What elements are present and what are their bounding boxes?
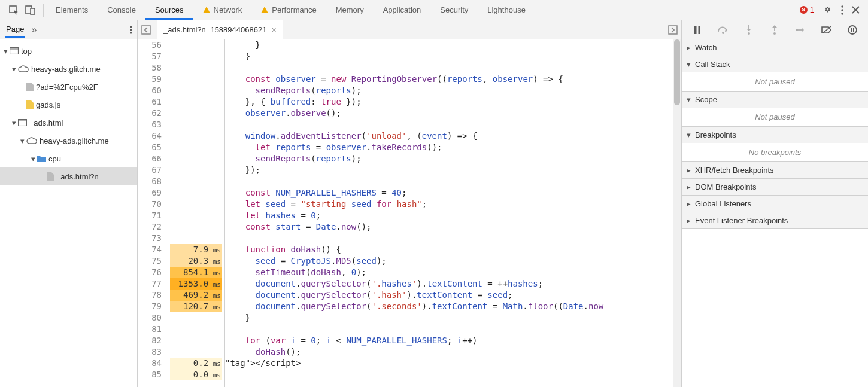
tree-item[interactable]: heavy-ads.glitch.me [0, 132, 137, 150]
panel-tab-console[interactable]: Console [98, 0, 145, 20]
line-number[interactable]: 58 [138, 62, 162, 74]
line-number[interactable]: 61 [138, 96, 162, 108]
section-header[interactable]: DOM Breakpoints [682, 179, 868, 195]
close-devtools-icon[interactable] [852, 6, 860, 14]
section-header[interactable]: Call Stack [682, 56, 868, 72]
line-number[interactable]: 66 [138, 153, 162, 164]
line-number[interactable]: 56 [138, 39, 162, 51]
line-number[interactable]: 79 [138, 301, 162, 312]
line-number[interactable]: 76 [138, 267, 162, 278]
vertical-scrollbar[interactable] [673, 39, 681, 387]
panel-tab-lighthouse[interactable]: Lighthouse [478, 0, 535, 20]
file-tree[interactable]: topheavy-ads.glitch.me?ad=%2Fcpu%2Fgads.… [0, 39, 137, 387]
panel-tab-security[interactable]: Security [430, 0, 478, 20]
line-number[interactable]: 59 [138, 74, 162, 85]
line-number[interactable]: 65 [138, 142, 162, 153]
device-toolbar-icon[interactable] [25, 5, 36, 15]
code-line[interactable]: let hashes = 0; [225, 210, 673, 221]
code-content[interactable]: } } const observer = new ReportingObserv… [225, 39, 681, 387]
tree-item[interactable]: _ads.html [0, 114, 137, 132]
line-number[interactable]: 67 [138, 164, 162, 176]
navigate-history-icon[interactable] [141, 25, 153, 35]
section-header[interactable]: Global Listeners [682, 196, 868, 212]
scrollbar-thumb[interactable] [674, 39, 680, 105]
line-number[interactable]: 82 [138, 335, 162, 346]
code-line[interactable] [225, 324, 673, 335]
tree-item[interactable]: cpu [0, 150, 137, 167]
line-number[interactable]: 75 [138, 255, 162, 267]
line-number[interactable]: 81 [138, 324, 162, 335]
code-line[interactable] [225, 62, 673, 74]
panel-tab-elements[interactable]: Elements [46, 0, 98, 20]
step-into-icon[interactable] [742, 23, 756, 37]
line-number[interactable]: 63 [138, 119, 162, 130]
line-number[interactable]: 84 [138, 358, 162, 369]
code-line[interactable]: document.querySelector('.seconds').textC… [225, 301, 673, 312]
tree-item[interactable]: gads.js [0, 96, 137, 114]
line-number[interactable]: 71 [138, 210, 162, 221]
disclosure-triangle-icon[interactable] [19, 136, 25, 145]
code-line[interactable]: window.addEventListener('unload', (event… [225, 130, 673, 142]
line-number[interactable]: 72 [138, 221, 162, 233]
tree-item[interactable]: top [0, 42, 137, 60]
tree-item[interactable]: ?ad=%2Fcpu%2F [0, 78, 137, 96]
line-number[interactable]: 74 [138, 244, 162, 255]
code-line[interactable]: observer.observe(); [225, 108, 673, 119]
disclosure-triangle-icon[interactable] [30, 154, 36, 163]
step-icon[interactable] [794, 23, 808, 37]
line-number[interactable]: 73 [138, 233, 162, 244]
line-number[interactable]: 78 [138, 290, 162, 301]
code-line[interactable]: setTimeout(doHash, 0); [225, 267, 673, 278]
line-number[interactable]: 70 [138, 199, 162, 210]
code-line[interactable]: document.querySelector('.hash').textCont… [225, 290, 673, 301]
code-line[interactable]: doHash(); [225, 346, 673, 358]
code-line[interactable]: document.querySelector('.hashes').textCo… [225, 278, 673, 290]
code-line[interactable] [225, 233, 673, 244]
tree-item[interactable]: heavy-ads.glitch.me [0, 60, 137, 78]
code-line[interactable]: let seed = "starting seed for hash"; [225, 199, 673, 210]
code-line[interactable]: const start = Date.now(); [225, 221, 673, 233]
code-line[interactable]: } [225, 51, 673, 62]
section-header[interactable]: Watch [682, 39, 868, 56]
code-line[interactable] [225, 369, 673, 380]
settings-icon[interactable] [823, 5, 833, 15]
disclosure-triangle-icon[interactable] [11, 65, 17, 74]
section-header[interactable]: XHR/fetch Breakpoints [682, 162, 868, 178]
line-number[interactable]: 77 [138, 278, 162, 290]
step-over-icon[interactable] [716, 23, 730, 37]
panel-tab-application[interactable]: Application [374, 0, 431, 20]
code-line[interactable]: }); [225, 164, 673, 176]
pause-icon[interactable] [690, 23, 705, 37]
section-header[interactable]: Scope [682, 92, 868, 108]
navigator-more-icon[interactable] [130, 26, 132, 34]
panel-tab-sources[interactable]: Sources [145, 0, 193, 20]
page-tab[interactable]: Page [5, 21, 25, 38]
inspect-icon[interactable] [8, 5, 19, 16]
line-number[interactable]: 64 [138, 130, 162, 142]
line-number[interactable]: 57 [138, 51, 162, 62]
line-number[interactable]: 85 [138, 369, 162, 380]
code-line[interactable]: const observer = new ReportingObserver((… [225, 74, 673, 85]
line-number[interactable]: 68 [138, 176, 162, 187]
line-number[interactable]: 60 [138, 85, 162, 96]
disclosure-triangle-icon[interactable] [2, 47, 8, 56]
disclosure-triangle-icon[interactable] [11, 118, 17, 127]
panel-tab-memory[interactable]: Memory [326, 0, 374, 20]
error-badge[interactable]: 1 [800, 5, 814, 14]
section-header[interactable]: Event Listener Breakpoints [682, 212, 868, 228]
more-tabs-icon[interactable]: » [31, 25, 37, 35]
section-header[interactable]: Breakpoints [682, 127, 868, 143]
file-tab[interactable]: _ads.html?n=1588944068621 × [157, 20, 283, 39]
code-line[interactable]: for (var i = 0; i < NUM_PARALLEL_HASHERS… [225, 335, 673, 346]
line-number[interactable]: 80 [138, 312, 162, 324]
line-number[interactable]: 69 [138, 187, 162, 199]
code-line[interactable]: } [225, 39, 673, 51]
code-line[interactable]: sendReports(reports); [225, 85, 673, 96]
code-line[interactable] [225, 176, 673, 187]
code-line[interactable] [225, 119, 673, 130]
tree-item[interactable]: _ads.html?n [0, 167, 137, 185]
panel-tab-network[interactable]: Network [193, 0, 252, 20]
execute-snippet-icon[interactable] [666, 25, 678, 35]
code-line[interactable]: const NUM_PARALLEL_HASHERS = 40; [225, 187, 673, 199]
deactivate-breakpoints-icon[interactable] [820, 23, 834, 37]
